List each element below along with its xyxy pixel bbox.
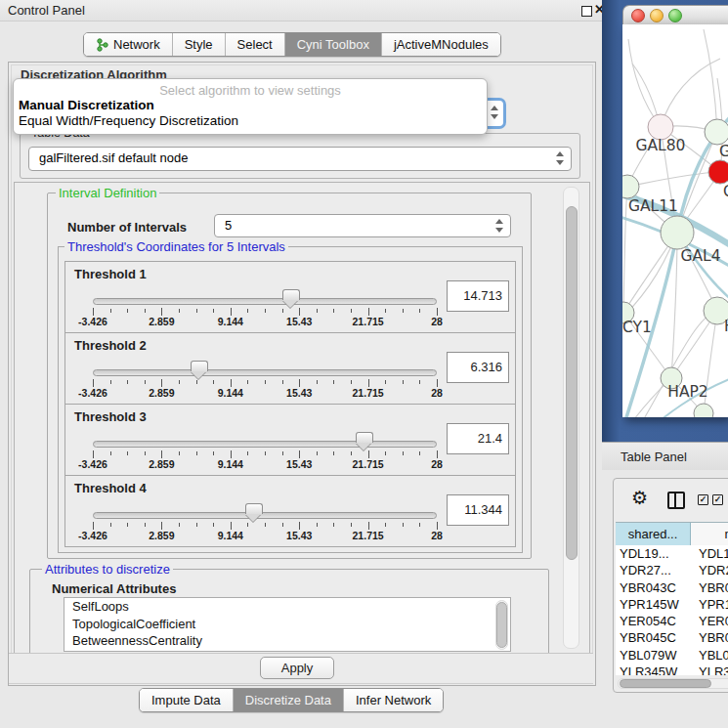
slider-track[interactable] bbox=[93, 369, 437, 376]
network-view-window: GAL80GACGAL11GAL4GCY1HHAP2 bbox=[602, 0, 728, 442]
table-row[interactable]: YBR043CYBR0 bbox=[616, 579, 728, 596]
scale-tick-label: -3.426 bbox=[78, 458, 107, 470]
scale-tick-label: -3.426 bbox=[78, 316, 107, 327]
tab-jactivemnodules[interactable]: jActiveMNodules bbox=[382, 33, 500, 56]
tab-infer-network[interactable]: Infer Network bbox=[344, 689, 443, 711]
slider-thumb[interactable] bbox=[282, 289, 300, 300]
tick-mark bbox=[368, 308, 369, 316]
column-header-shared[interactable]: shared... bbox=[616, 523, 691, 545]
table-data-combo[interactable]: galFiltered.sif default node bbox=[28, 147, 572, 171]
dropdown-option[interactable]: Equal Width/Frequency Discretization bbox=[19, 113, 238, 128]
combo-stepper-icon[interactable] bbox=[489, 105, 499, 120]
gear-icon[interactable]: ⚙ bbox=[631, 487, 648, 509]
table-row[interactable]: YPR145WYPR1 bbox=[616, 596, 728, 613]
scale-tick-label: 15.43 bbox=[286, 458, 312, 470]
tab-label: Impute Data bbox=[151, 693, 221, 707]
network-node[interactable] bbox=[661, 216, 694, 249]
tick-mark bbox=[351, 523, 352, 527]
table-row[interactable]: YDR27...YDR2 bbox=[616, 562, 728, 578]
network-window-titlebar[interactable] bbox=[622, 5, 728, 26]
table-row[interactable]: YBL079WYBL0 bbox=[616, 647, 728, 664]
tab-network[interactable]: Network bbox=[84, 33, 173, 56]
cell-name: YDL1 bbox=[694, 545, 728, 562]
tab-impute-data[interactable]: Impute Data bbox=[140, 689, 234, 711]
network-edge bbox=[627, 172, 720, 187]
tick-mark bbox=[93, 379, 94, 387]
dropdown-option[interactable]: Manual Discretization bbox=[19, 98, 154, 112]
apply-button[interactable]: Apply bbox=[260, 657, 334, 679]
slider-ticks bbox=[93, 522, 437, 530]
threshold-value-field[interactable]: 14.713 bbox=[447, 280, 509, 312]
threshold-slider[interactable]: -3.4262.8599.14415.4321.71528 bbox=[93, 432, 437, 471]
interval-definition-group: Interval Definition Number of Intervals … bbox=[47, 193, 532, 559]
tick-mark bbox=[127, 451, 128, 455]
combo-stepper-icon[interactable] bbox=[554, 150, 565, 166]
threshold-value-field[interactable]: 21.4 bbox=[447, 423, 509, 454]
threshold-value-field[interactable]: 11.344 bbox=[447, 494, 509, 526]
numerical-attributes-list[interactable]: SelfLoopsTopologicalCoefficientBetweenne… bbox=[64, 597, 511, 652]
tick-mark bbox=[265, 451, 266, 455]
network-node[interactable] bbox=[622, 175, 639, 198]
slider-track[interactable] bbox=[93, 298, 437, 305]
threshold-slider[interactable]: -3.4262.8599.14415.4321.71528 bbox=[93, 361, 437, 400]
scale-tick-label: -3.426 bbox=[78, 387, 107, 399]
slider-thumb[interactable] bbox=[245, 503, 263, 514]
table-row[interactable]: YBR045CYBR0 bbox=[616, 629, 728, 646]
scrollbar-thumb[interactable] bbox=[496, 602, 507, 648]
tab-label: Cyni Toolbox bbox=[297, 37, 369, 52]
minimize-traffic-light-icon[interactable] bbox=[650, 9, 664, 22]
tab-cyni-toolbox[interactable]: Cyni Toolbox bbox=[285, 33, 382, 56]
slider-thumb[interactable] bbox=[191, 361, 208, 371]
slider-scale-labels: -3.4262.8599.14415.4321.71528 bbox=[93, 316, 437, 327]
threshold-slider[interactable]: -3.4262.8599.14415.4321.71528 bbox=[93, 289, 437, 328]
scrollbar-thumb[interactable] bbox=[566, 206, 578, 560]
attribute-list-item[interactable]: TopologicalCoefficient bbox=[64, 616, 510, 633]
columns-icon[interactable] bbox=[667, 492, 685, 509]
tick-mark bbox=[333, 380, 334, 384]
threshold-slider[interactable]: -3.4262.8599.14415.4321.71528 bbox=[93, 503, 437, 542]
network-node-label: GA bbox=[719, 143, 728, 160]
table-row[interactable]: YLR345WYLR3 bbox=[616, 664, 728, 675]
network-canvas[interactable]: GAL80GACGAL11GAL4GCY1HHAP2 bbox=[622, 24, 728, 417]
tab-select[interactable]: Select bbox=[226, 33, 285, 56]
threshold-row: Threshold 1-3.4262.8599.14415.4321.71528… bbox=[64, 261, 516, 333]
attributes-list-scrollbar[interactable] bbox=[495, 600, 508, 650]
attribute-list-item[interactable]: SelfLoops bbox=[64, 598, 510, 616]
scale-tick-label: -3.426 bbox=[78, 530, 107, 541]
tab-style[interactable]: Style bbox=[173, 33, 226, 56]
checkbox-checked-icon[interactable]: ✓ bbox=[698, 494, 708, 505]
tick-mark bbox=[93, 308, 94, 316]
spinner-arrows-icon[interactable] bbox=[493, 218, 504, 234]
table-panel-title: Table Panel bbox=[621, 450, 687, 464]
scale-tick-label: 21.715 bbox=[353, 316, 384, 327]
table-row[interactable]: YER054CYER0 bbox=[616, 613, 728, 629]
content-scrollbar[interactable] bbox=[563, 187, 579, 649]
scale-tick-label: 15.43 bbox=[286, 530, 312, 541]
tab-discretize-data[interactable]: Discretize Data bbox=[234, 689, 344, 711]
network-node[interactable] bbox=[708, 160, 728, 184]
scale-tick-label: 15.43 bbox=[286, 316, 312, 327]
network-node[interactable] bbox=[705, 119, 728, 145]
table-row[interactable]: YDL19...YDL1 bbox=[616, 545, 728, 562]
slider-track[interactable] bbox=[93, 512, 437, 519]
algorithm-dropdown-popup: Select algorithm to view settings Manual… bbox=[13, 78, 488, 135]
attribute-list-item[interactable]: BetweennessCentrality bbox=[64, 632, 510, 650]
threshold-value-field[interactable]: 6.316 bbox=[447, 352, 509, 383]
tick-mark bbox=[282, 309, 283, 313]
control-panel-tab-bar: NetworkStyleSelectCyni ToolboxjActiveMNo… bbox=[83, 32, 501, 57]
network-tab-icon bbox=[96, 38, 108, 52]
scrollbar-thumb[interactable] bbox=[620, 679, 711, 688]
checkbox-checked-icon[interactable]: ✓ bbox=[712, 494, 723, 505]
tick-mark bbox=[213, 380, 214, 384]
tick-mark bbox=[368, 379, 369, 387]
zoom-traffic-light-icon[interactable] bbox=[668, 9, 682, 22]
close-traffic-light-icon[interactable] bbox=[631, 9, 645, 22]
float-window-icon[interactable] bbox=[581, 6, 592, 17]
column-header-name[interactable]: na bbox=[691, 523, 728, 545]
dropdown-placeholder: Select algorithm to view settings bbox=[14, 83, 487, 98]
slider-track[interactable] bbox=[93, 441, 437, 448]
tick-mark bbox=[403, 380, 404, 384]
slider-thumb[interactable] bbox=[356, 432, 373, 443]
table-hscrollbar[interactable] bbox=[618, 678, 728, 689]
number-of-intervals-spinner[interactable]: 5 bbox=[214, 214, 511, 237]
